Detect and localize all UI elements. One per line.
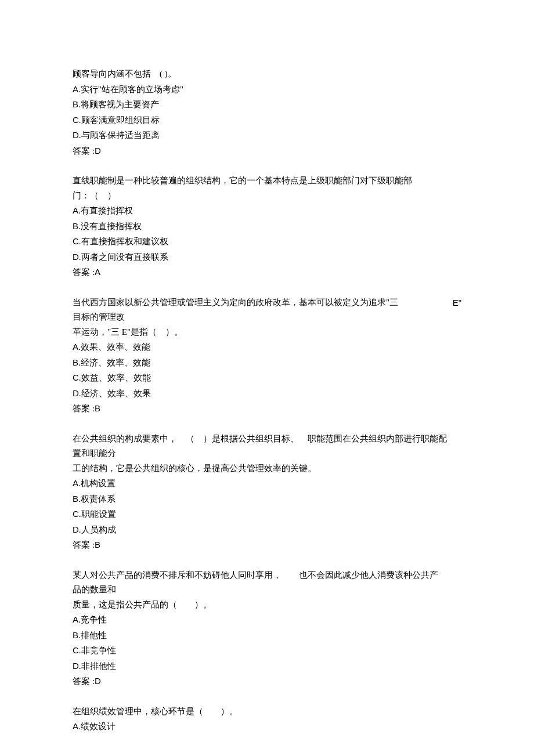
question-block: 顾客导向内涵不包括 ( )。 A.实行"站在顾客的立场考虑" B.将顾客视为主要… bbox=[73, 67, 461, 158]
question-stem: 置和职能分 bbox=[73, 446, 461, 461]
question-stem: 在公共组织的构成要素中， （ ）是根据公共组织目标、 职能范围在公共组织内部进行… bbox=[73, 432, 461, 447]
question-stem: 某人对公共产品的消费不排斥和不妨碍他人同时享用， 也不会因此减少他人消费该种公共… bbox=[73, 568, 461, 583]
option-letter: A bbox=[73, 614, 78, 624]
option-text: .两者之间没有直接联系 bbox=[79, 252, 168, 262]
answer-line: 答案 :D bbox=[73, 143, 461, 159]
option-letter: A bbox=[73, 478, 78, 488]
option-c: C.效益、效率、效能 bbox=[73, 370, 461, 386]
answer-label: 答案 : bbox=[73, 267, 95, 277]
option-a: A.机构设置 bbox=[73, 476, 461, 491]
option-text: .权责体系 bbox=[78, 494, 116, 504]
option-c: C.非竞争性 bbox=[73, 643, 461, 659]
option-d: D.与顾客保持适当距离 bbox=[73, 128, 461, 143]
answer-value: B bbox=[95, 540, 100, 549]
option-letter: C bbox=[73, 509, 79, 519]
option-text: .机构设置 bbox=[78, 479, 116, 488]
question-stem: 直线职能制是一种比较普遍的组织结构，它的一个基本特点是上级职能部门对下级职能部 bbox=[73, 173, 461, 189]
option-letter: B bbox=[73, 99, 78, 109]
option-text: .竞争性 bbox=[78, 615, 107, 624]
option-b: B.没有直接指挥权 bbox=[73, 219, 461, 234]
option-letter: D bbox=[73, 661, 79, 671]
option-letter: B bbox=[73, 357, 78, 367]
option-text: .有直接指挥权 bbox=[78, 206, 133, 215]
option-letter: B bbox=[73, 494, 78, 504]
question-block: 当代西方国家以新公共管理或管理主义为定向的政府改革，基本可以被定义为追求"三 E… bbox=[73, 295, 461, 417]
question-block: 在公共组织的构成要素中， （ ）是根据公共组织目标、 职能范围在公共组织内部进行… bbox=[73, 432, 461, 553]
option-text: .没有直接指挥权 bbox=[78, 222, 142, 231]
stem-trail: E" bbox=[453, 295, 461, 310]
option-letter: D bbox=[73, 525, 79, 534]
option-d: D.非排他性 bbox=[73, 659, 461, 674]
option-d: D.两者之间没有直接联系 bbox=[73, 249, 461, 265]
answer-value: D bbox=[95, 146, 101, 155]
option-letter: C bbox=[73, 115, 79, 125]
option-letter: B bbox=[73, 630, 78, 640]
answer-line: 答案 :B bbox=[73, 537, 461, 553]
question-stem: 门：（ ） bbox=[73, 189, 461, 204]
option-text: .非竞争性 bbox=[79, 646, 116, 655]
option-text: .与顾客保持适当距离 bbox=[79, 131, 160, 140]
option-a: A.绩效设计 bbox=[73, 719, 461, 735]
option-a: A.实行"站在顾客的立场考虑" bbox=[73, 82, 461, 97]
question-block: 在组织绩效管理中，核心环节是（ ）。 A.绩效设计 bbox=[73, 704, 461, 735]
option-d: D.人员构成 bbox=[73, 522, 461, 538]
question-stem: 当代西方国家以新公共管理或管理主义为定向的政府改革，基本可以被定义为追求"三 E… bbox=[73, 295, 461, 310]
option-letter: D bbox=[73, 130, 79, 140]
answer-line: 答案 :A bbox=[73, 265, 461, 280]
answer-label: 答案 : bbox=[73, 146, 95, 155]
option-c: C.顾客满意即组织目标 bbox=[73, 113, 461, 128]
option-letter: A bbox=[73, 84, 78, 94]
option-c: C.有直接指挥权和建议权 bbox=[73, 234, 461, 249]
question-stem: 品的数量和 bbox=[73, 583, 461, 598]
option-c: C.职能设置 bbox=[73, 507, 461, 522]
option-a: A.竞争性 bbox=[73, 612, 461, 628]
option-text: .效果、效率、效能 bbox=[78, 342, 150, 352]
option-letter: C bbox=[73, 372, 79, 382]
option-letter: A bbox=[73, 342, 78, 352]
option-text: .绩效设计 bbox=[78, 722, 116, 731]
option-letter: D bbox=[73, 388, 79, 398]
answer-label: 答案 : bbox=[73, 677, 95, 686]
answer-value: D bbox=[95, 676, 101, 686]
answer-label: 答案 : bbox=[73, 404, 95, 413]
stem-main: 当代西方国家以新公共管理或管理主义为定向的政府改革，基本可以被定义为追求"三 bbox=[73, 295, 398, 310]
answer-line: 答案 :B bbox=[73, 401, 461, 417]
option-text: .经济、效率、效能 bbox=[78, 358, 150, 367]
question-stem: 顾客导向内涵不包括 ( )。 bbox=[73, 67, 461, 82]
option-text: .将顾客视为主要资产 bbox=[78, 100, 159, 109]
option-text: .效益、效率、效能 bbox=[79, 373, 151, 382]
option-letter: A bbox=[73, 721, 78, 731]
option-letter: D bbox=[73, 252, 79, 262]
option-text: .职能设置 bbox=[79, 509, 116, 519]
answer-line: 答案 :D bbox=[73, 674, 461, 689]
option-letter: B bbox=[73, 221, 78, 231]
question-stem: 革运动，"三 E"是指（ ）。 bbox=[73, 325, 461, 340]
option-letter: C bbox=[73, 645, 79, 655]
option-b: B.经济、效率、效能 bbox=[73, 355, 461, 371]
question-block: 直线职能制是一种比较普遍的组织结构，它的一个基本特点是上级职能部门对下级职能部 … bbox=[73, 173, 461, 280]
question-stem: 目标的管理改 bbox=[73, 310, 461, 325]
option-text: .有直接指挥权和建议权 bbox=[79, 237, 168, 246]
option-text: .人员构成 bbox=[79, 525, 116, 534]
question-stem: 工的结构，它是公共组织的核心，是提高公共管理效率的关键。 bbox=[73, 461, 461, 476]
option-d: D.经济、效率、效果 bbox=[73, 386, 461, 401]
option-text: .实行"站在顾客的立场考虑" bbox=[78, 85, 183, 94]
option-text: .顾客满意即组织目标 bbox=[79, 115, 160, 125]
question-stem: 质量，这是指公共产品的（ ）。 bbox=[73, 598, 461, 613]
answer-value: B bbox=[95, 403, 100, 413]
option-b: B.将顾客视为主要资产 bbox=[73, 97, 461, 113]
document-page: 顾客导向内涵不包括 ( )。 A.实行"站在顾客的立场考虑" B.将顾客视为主要… bbox=[0, 0, 534, 756]
option-letter: C bbox=[73, 236, 79, 246]
question-block: 某人对公共产品的消费不排斥和不妨碍他人同时享用， 也不会因此减少他人消费该种公共… bbox=[73, 568, 461, 689]
answer-value: A bbox=[95, 267, 100, 277]
option-text: .非排他性 bbox=[79, 661, 116, 671]
option-text: .经济、效率、效果 bbox=[79, 389, 151, 398]
option-text: .排他性 bbox=[78, 631, 107, 640]
option-a: A.效果、效率、效能 bbox=[73, 339, 461, 355]
option-b: B.排他性 bbox=[73, 628, 461, 643]
answer-label: 答案 : bbox=[73, 540, 95, 549]
option-letter: A bbox=[73, 205, 78, 215]
question-stem: 在组织绩效管理中，核心环节是（ ）。 bbox=[73, 704, 461, 719]
option-a: A.有直接指挥权 bbox=[73, 203, 461, 219]
option-b: B.权责体系 bbox=[73, 491, 461, 507]
